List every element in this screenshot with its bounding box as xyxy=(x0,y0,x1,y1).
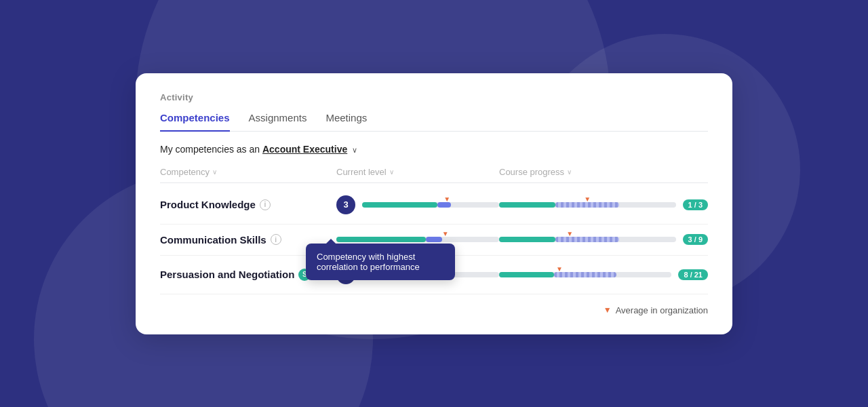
level-marker-1 xyxy=(443,195,450,203)
role-prefix: My competencies as an xyxy=(160,144,260,155)
competency-cell-1: Product Knowledge i xyxy=(160,199,336,210)
level-fill-green-2 xyxy=(336,237,426,242)
competency-name-1: Product Knowledge i xyxy=(160,199,336,210)
tab-meetings[interactable]: Meetings xyxy=(326,112,367,132)
level-fill-grey-2 xyxy=(426,237,442,242)
level-badge-1: 3 xyxy=(336,195,355,214)
level-fill-grey-1 xyxy=(437,202,451,208)
tab-competencies[interactable]: Competencies xyxy=(160,112,230,132)
activity-label: Activity xyxy=(160,92,708,102)
progress-marker-2 xyxy=(566,230,573,237)
main-card: Activity Competencies Assignments Meetin… xyxy=(136,73,732,334)
progress-cell-1: 1 / 3 xyxy=(499,199,708,210)
progress-marker-1 xyxy=(584,195,591,203)
level-sort-icon: ∨ xyxy=(389,168,394,176)
table-row: Product Knowledge i 3 1 xyxy=(160,186,708,225)
competency-cell-2: Communication Skills i Competency with h… xyxy=(160,234,336,246)
progress-bar-2 xyxy=(499,237,676,242)
role-chevron: ∨ xyxy=(352,146,357,155)
tab-bar: Competencies Assignments Meetings xyxy=(160,112,708,132)
competency-sort-icon: ∨ xyxy=(212,168,217,176)
role-link[interactable]: Account Executive xyxy=(262,144,347,155)
avg-legend: ▼ Average in organization xyxy=(160,305,708,315)
progress-fill-1 xyxy=(499,202,555,208)
avg-legend-label: Average in organization xyxy=(616,305,708,315)
info-icon-2[interactable]: i xyxy=(271,234,281,245)
progress-fill-3 xyxy=(499,272,554,277)
level-bar-2 xyxy=(336,237,499,242)
progress-badge-2: 3 / 9 xyxy=(683,234,708,245)
level-track-2 xyxy=(336,237,499,242)
col-header-level[interactable]: Current level ∨ xyxy=(336,167,499,177)
progress-badge-3: 8 / 21 xyxy=(678,269,708,280)
col-header-competency[interactable]: Competency ∨ xyxy=(160,167,336,177)
level-marker-2 xyxy=(442,230,449,237)
progress-bar-1 xyxy=(499,202,676,208)
level-cell-2 xyxy=(336,237,499,242)
progress-striped-1 xyxy=(555,202,619,208)
table-header: Competency ∨ Current level ∨ Course prog… xyxy=(160,167,708,183)
progress-track-1 xyxy=(499,202,676,208)
progress-track-3 xyxy=(499,272,671,277)
tab-assignments[interactable]: Assignments xyxy=(249,112,307,132)
progress-striped-2 xyxy=(555,237,619,242)
progress-striped-3 xyxy=(554,272,616,277)
progress-sort-icon: ∨ xyxy=(567,168,572,176)
level-fill-green-1 xyxy=(362,202,437,208)
progress-cell-3: 8 / 21 xyxy=(499,269,708,280)
progress-fill-2 xyxy=(499,237,555,242)
level-bar-1 xyxy=(362,202,499,208)
level-track-1 xyxy=(362,202,499,208)
level-cell-1: 3 xyxy=(336,195,499,214)
progress-track-2 xyxy=(499,237,676,242)
progress-badge-1: 1 / 3 xyxy=(683,199,708,210)
info-icon-1[interactable]: i xyxy=(260,199,271,210)
progress-marker-3 xyxy=(556,265,563,273)
tooltip-box: Competency with highest correlation to p… xyxy=(306,244,455,280)
avg-arrow-icon: ▼ xyxy=(604,305,612,315)
table-row: Communication Skills i Competency with h… xyxy=(160,225,708,256)
col-header-progress[interactable]: Course progress ∨ xyxy=(499,167,708,177)
progress-bar-3 xyxy=(499,272,671,277)
role-row: My competencies as an Account Executive … xyxy=(160,144,708,155)
progress-cell-2: 3 / 9 xyxy=(499,234,708,245)
